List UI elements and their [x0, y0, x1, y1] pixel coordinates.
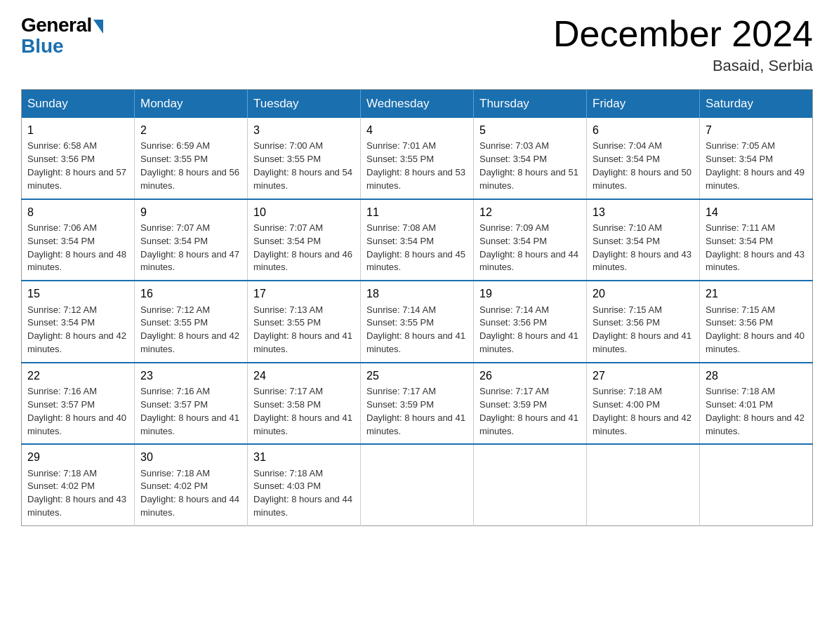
logo-general-text: General: [21, 14, 92, 36]
calendar-day-header: Saturday: [700, 90, 813, 119]
calendar-week-row: 29Sunrise: 7:18 AMSunset: 4:02 PMDayligh…: [22, 444, 813, 525]
calendar-cell: 28Sunrise: 7:18 AMSunset: 4:01 PMDayligh…: [700, 363, 813, 445]
calendar-day-header: Friday: [587, 90, 700, 119]
calendar-cell: 8Sunrise: 7:06 AMSunset: 3:54 PMDaylight…: [22, 199, 135, 281]
calendar-cell: 7Sunrise: 7:05 AMSunset: 3:54 PMDaylight…: [700, 118, 813, 199]
day-number: 15: [27, 286, 128, 302]
day-number: 7: [706, 122, 807, 138]
day-info: Sunrise: 7:17 AMSunset: 3:59 PMDaylight:…: [479, 386, 578, 436]
day-info: Sunrise: 7:17 AMSunset: 3:59 PMDaylight:…: [366, 386, 465, 436]
day-info: Sunrise: 7:15 AMSunset: 3:56 PMDaylight:…: [706, 304, 805, 355]
day-number: 27: [593, 368, 694, 384]
calendar-cell: 2Sunrise: 6:59 AMSunset: 3:55 PMDaylight…: [135, 118, 248, 199]
day-number: 3: [253, 122, 355, 138]
day-number: 22: [27, 368, 128, 384]
day-info: Sunrise: 7:00 AMSunset: 3:55 PMDaylight:…: [253, 140, 352, 191]
calendar-cell: 15Sunrise: 7:12 AMSunset: 3:54 PMDayligh…: [22, 281, 135, 363]
calendar-cell: 18Sunrise: 7:14 AMSunset: 3:55 PMDayligh…: [361, 281, 474, 363]
day-number: 19: [479, 286, 581, 302]
day-number: 12: [479, 204, 581, 220]
calendar-cell: 22Sunrise: 7:16 AMSunset: 3:57 PMDayligh…: [22, 363, 135, 445]
day-number: 26: [479, 368, 581, 384]
day-info: Sunrise: 7:05 AMSunset: 3:54 PMDaylight:…: [706, 140, 805, 191]
calendar-day-header: Tuesday: [248, 90, 361, 119]
calendar-cell: 16Sunrise: 7:12 AMSunset: 3:55 PMDayligh…: [135, 281, 248, 363]
day-info: Sunrise: 7:18 AMSunset: 4:02 PMDaylight:…: [140, 468, 239, 518]
calendar-day-header: Sunday: [22, 90, 135, 119]
day-info: Sunrise: 7:14 AMSunset: 3:56 PMDaylight:…: [479, 304, 578, 355]
day-info: Sunrise: 7:18 AMSunset: 4:01 PMDaylight:…: [706, 386, 805, 436]
day-number: 31: [253, 449, 355, 465]
day-number: 29: [27, 449, 128, 465]
calendar-cell: 14Sunrise: 7:11 AMSunset: 3:54 PMDayligh…: [700, 199, 813, 281]
month-title: December 2024: [553, 14, 813, 54]
calendar-cell: 1Sunrise: 6:58 AMSunset: 3:56 PMDaylight…: [22, 118, 135, 199]
day-number: 23: [140, 368, 241, 384]
day-info: Sunrise: 7:08 AMSunset: 3:54 PMDaylight:…: [366, 222, 465, 273]
calendar-cell: 4Sunrise: 7:01 AMSunset: 3:55 PMDaylight…: [361, 118, 474, 199]
day-number: 17: [253, 286, 355, 302]
calendar-cell: 29Sunrise: 7:18 AMSunset: 4:02 PMDayligh…: [22, 444, 135, 525]
calendar-day-header: Thursday: [474, 90, 587, 119]
calendar-day-header: Wednesday: [361, 90, 474, 119]
calendar-cell: 20Sunrise: 7:15 AMSunset: 3:56 PMDayligh…: [587, 281, 700, 363]
page-header: General Blue December 2024 Basaid, Serbi…: [21, 14, 813, 75]
calendar-cell: [361, 444, 474, 525]
calendar-cell: [474, 444, 587, 525]
day-number: 1: [27, 122, 128, 138]
calendar-cell: 26Sunrise: 7:17 AMSunset: 3:59 PMDayligh…: [474, 363, 587, 445]
day-number: 20: [593, 286, 694, 302]
calendar-cell: 24Sunrise: 7:17 AMSunset: 3:58 PMDayligh…: [248, 363, 361, 445]
day-number: 2: [140, 122, 241, 138]
calendar-week-row: 22Sunrise: 7:16 AMSunset: 3:57 PMDayligh…: [22, 363, 813, 445]
logo-blue-text: Blue: [21, 35, 64, 58]
day-info: Sunrise: 7:15 AMSunset: 3:56 PMDaylight:…: [593, 304, 691, 355]
calendar-header-row: SundayMondayTuesdayWednesdayThursdayFrid…: [22, 90, 813, 119]
calendar-cell: 30Sunrise: 7:18 AMSunset: 4:02 PMDayligh…: [135, 444, 248, 525]
day-info: Sunrise: 7:04 AMSunset: 3:54 PMDaylight:…: [593, 140, 691, 191]
day-info: Sunrise: 7:14 AMSunset: 3:55 PMDaylight:…: [366, 304, 465, 355]
calendar-cell: 21Sunrise: 7:15 AMSunset: 3:56 PMDayligh…: [700, 281, 813, 363]
day-info: Sunrise: 6:58 AMSunset: 3:56 PMDaylight:…: [27, 140, 126, 191]
day-info: Sunrise: 7:07 AMSunset: 3:54 PMDaylight:…: [253, 222, 352, 273]
calendar-week-row: 8Sunrise: 7:06 AMSunset: 3:54 PMDaylight…: [22, 199, 813, 281]
day-number: 25: [366, 368, 468, 384]
location: Basaid, Serbia: [553, 57, 813, 75]
calendar-cell: 9Sunrise: 7:07 AMSunset: 3:54 PMDaylight…: [135, 199, 248, 281]
day-info: Sunrise: 7:01 AMSunset: 3:55 PMDaylight:…: [366, 140, 465, 191]
day-info: Sunrise: 7:16 AMSunset: 3:57 PMDaylight:…: [140, 386, 239, 436]
calendar-cell: 11Sunrise: 7:08 AMSunset: 3:54 PMDayligh…: [361, 199, 474, 281]
day-info: Sunrise: 7:13 AMSunset: 3:55 PMDaylight:…: [253, 304, 352, 355]
day-number: 21: [706, 286, 807, 302]
calendar-cell: 5Sunrise: 7:03 AMSunset: 3:54 PMDaylight…: [474, 118, 587, 199]
day-info: Sunrise: 7:03 AMSunset: 3:54 PMDaylight:…: [479, 140, 578, 191]
day-info: Sunrise: 7:12 AMSunset: 3:54 PMDaylight:…: [27, 304, 126, 355]
day-number: 5: [479, 122, 581, 138]
calendar-cell: 27Sunrise: 7:18 AMSunset: 4:00 PMDayligh…: [587, 363, 700, 445]
day-info: Sunrise: 7:11 AMSunset: 3:54 PMDaylight:…: [706, 222, 805, 273]
day-number: 24: [253, 368, 355, 384]
day-number: 4: [366, 122, 468, 138]
day-number: 13: [593, 204, 694, 220]
day-number: 11: [366, 204, 468, 220]
calendar-cell: [587, 444, 700, 525]
logo: General Blue: [21, 14, 103, 58]
day-info: Sunrise: 7:18 AMSunset: 4:02 PMDaylight:…: [27, 468, 126, 518]
calendar-cell: 23Sunrise: 7:16 AMSunset: 3:57 PMDayligh…: [135, 363, 248, 445]
day-info: Sunrise: 7:18 AMSunset: 4:00 PMDaylight:…: [593, 386, 691, 436]
day-info: Sunrise: 7:09 AMSunset: 3:54 PMDaylight:…: [479, 222, 578, 273]
title-block: December 2024 Basaid, Serbia: [553, 14, 813, 75]
calendar-cell: 3Sunrise: 7:00 AMSunset: 3:55 PMDaylight…: [248, 118, 361, 199]
day-info: Sunrise: 7:17 AMSunset: 3:58 PMDaylight:…: [253, 386, 352, 436]
calendar-cell: 31Sunrise: 7:18 AMSunset: 4:03 PMDayligh…: [248, 444, 361, 525]
day-info: Sunrise: 7:06 AMSunset: 3:54 PMDaylight:…: [27, 222, 126, 273]
day-info: Sunrise: 7:12 AMSunset: 3:55 PMDaylight:…: [140, 304, 239, 355]
day-number: 16: [140, 286, 241, 302]
day-info: Sunrise: 7:16 AMSunset: 3:57 PMDaylight:…: [27, 386, 126, 436]
day-number: 30: [140, 449, 241, 465]
calendar-cell: 6Sunrise: 7:04 AMSunset: 3:54 PMDaylight…: [587, 118, 700, 199]
day-number: 18: [366, 286, 468, 302]
day-number: 8: [27, 204, 128, 220]
day-info: Sunrise: 7:07 AMSunset: 3:54 PMDaylight:…: [140, 222, 239, 273]
calendar-cell: 12Sunrise: 7:09 AMSunset: 3:54 PMDayligh…: [474, 199, 587, 281]
